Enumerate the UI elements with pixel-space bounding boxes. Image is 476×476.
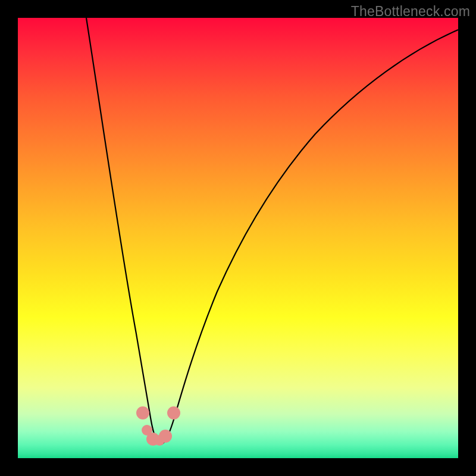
marker-dot bbox=[167, 406, 180, 419]
marker-dot bbox=[136, 406, 149, 419]
minimum-marker-cluster bbox=[18, 18, 458, 458]
marker-dot bbox=[159, 430, 172, 443]
chart-plot-area bbox=[18, 18, 458, 458]
watermark-label: TheBottleneck.com bbox=[351, 4, 470, 20]
